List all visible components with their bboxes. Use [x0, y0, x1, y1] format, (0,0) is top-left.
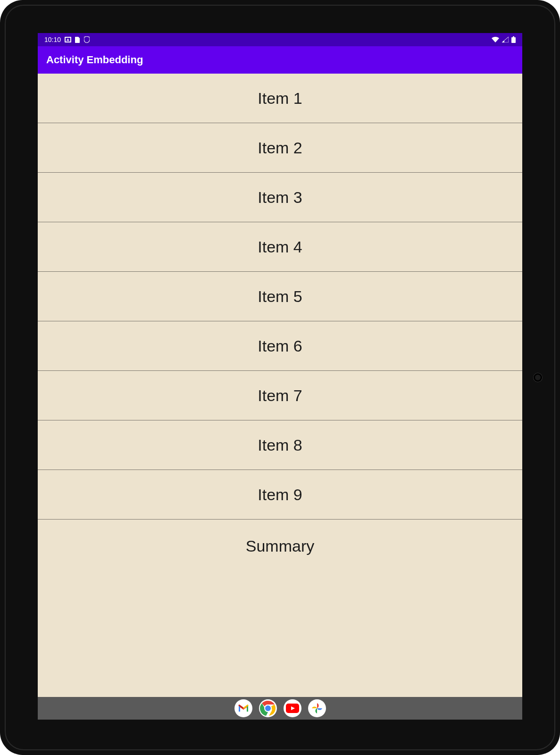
- tablet-camera: [534, 373, 542, 382]
- list-item-label: Summary: [246, 537, 314, 555]
- keyboard-icon: A: [65, 37, 71, 42]
- item-list[interactable]: Item 1 Item 2 Item 3 Item 4 Item 5 Item …: [38, 74, 522, 697]
- document-icon: [75, 37, 80, 43]
- list-item-label: Item 3: [258, 188, 302, 207]
- list-item[interactable]: Item 8: [38, 420, 522, 470]
- gmail-icon[interactable]: [234, 699, 252, 717]
- status-bar: 10:10 A: [38, 33, 522, 46]
- app-title: Activity Embedding: [46, 54, 143, 66]
- navigation-bar: [38, 697, 522, 720]
- svg-rect-4: [513, 36, 514, 37]
- tablet-frame: 10:10 A: [0, 0, 560, 755]
- list-item[interactable]: Item 2: [38, 123, 522, 173]
- list-item-label: Item 5: [258, 287, 302, 306]
- photos-icon[interactable]: [308, 699, 326, 717]
- list-item-label: Item 1: [258, 89, 302, 108]
- list-item[interactable]: Item 7: [38, 371, 522, 420]
- battery-icon: [511, 36, 516, 43]
- svg-text:A: A: [67, 38, 69, 42]
- list-item[interactable]: Summary: [38, 520, 522, 548]
- device-screen: 10:10 A: [38, 33, 522, 720]
- list-item-label: Item 2: [258, 139, 302, 157]
- wifi-icon: [492, 37, 499, 42]
- chrome-icon[interactable]: [259, 699, 277, 717]
- list-item-label: Item 6: [258, 337, 302, 355]
- svg-rect-3: [511, 37, 516, 43]
- list-item[interactable]: Item 5: [38, 272, 522, 321]
- list-item[interactable]: Item 3: [38, 173, 522, 222]
- list-item[interactable]: Item 4: [38, 222, 522, 272]
- list-item-label: Item 8: [258, 436, 302, 454]
- app-bar: Activity Embedding: [38, 46, 522, 74]
- status-time: 10:10: [44, 36, 61, 43]
- youtube-icon[interactable]: [284, 699, 301, 717]
- shield-icon: [84, 36, 90, 43]
- list-item-label: Item 7: [258, 386, 302, 405]
- list-item-label: Item 4: [258, 238, 302, 256]
- list-item-label: Item 9: [258, 486, 302, 504]
- list-item[interactable]: Item 1: [38, 74, 522, 123]
- cell-signal-icon: [502, 37, 509, 42]
- list-item[interactable]: Item 6: [38, 321, 522, 371]
- list-item[interactable]: Item 9: [38, 470, 522, 520]
